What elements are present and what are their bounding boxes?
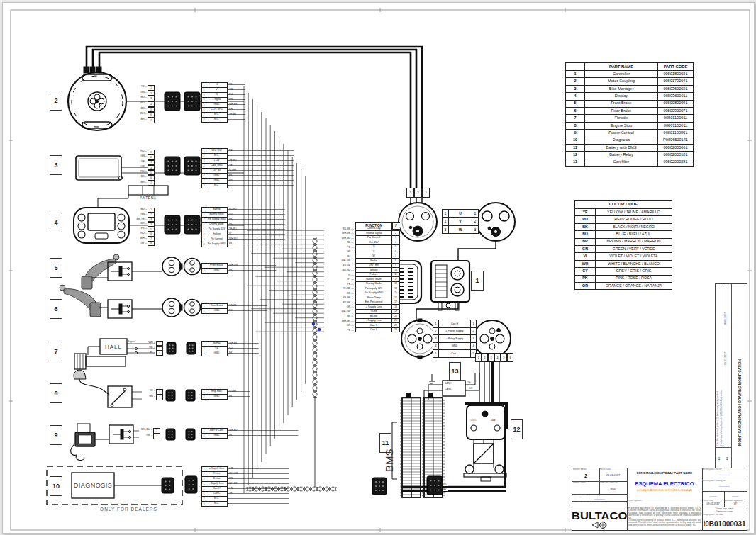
wire-color: YE bbox=[229, 163, 237, 168]
part-name-header: DENOMINACION PIEZA / PART NAME bbox=[627, 471, 702, 475]
legal-cell: El presente documento es propiedad de la… bbox=[627, 507, 703, 530]
bike-manager-wire-table: RD1GN2YE3OR4RD5BK6BR7 bbox=[133, 150, 155, 186]
power-control-glyph bbox=[71, 424, 139, 460]
pin: 1 bbox=[156, 389, 163, 395]
wire-color: BK bbox=[229, 268, 238, 273]
bike-manager-function-table: 115V / 5W2N.C.3+12V4CAN_GND515V out6GND7… bbox=[201, 148, 228, 188]
part-num: 11 bbox=[566, 144, 585, 151]
throttle-wire-table: WH1RD2BK3 bbox=[142, 341, 163, 356]
rev-number: 1 bbox=[716, 448, 723, 469]
pin: 8 bbox=[201, 184, 206, 188]
wire-color: BK bbox=[229, 217, 238, 222]
pin: 1 bbox=[153, 428, 160, 434]
part-name: Battery with BMS bbox=[585, 144, 658, 151]
pin: 6 bbox=[148, 175, 155, 180]
parts-row: 5 Front Brake 00800800091 bbox=[566, 100, 694, 107]
pin: 4 bbox=[201, 98, 206, 103]
part-name: Front Brake bbox=[585, 100, 658, 107]
function-label: Can L bbox=[355, 328, 392, 333]
wire-color: BK bbox=[229, 173, 237, 178]
wire-color: WH-BR bbox=[229, 481, 238, 486]
drawn-value: ——— bbox=[724, 495, 747, 497]
color-code-title: COLOR CODE bbox=[575, 201, 672, 209]
function-label: N.C. bbox=[206, 154, 228, 159]
line-label: Can H bbox=[439, 320, 470, 328]
field-label: Archivo pieza / Part file: bbox=[703, 469, 722, 471]
strip-rev-cells: 1 2 bbox=[716, 447, 731, 469]
function-label: GND bbox=[206, 174, 228, 179]
color-abbrev: WH bbox=[575, 260, 596, 267]
rev-number: 2 bbox=[723, 448, 731, 469]
field-label: Tratamiento térmico / Heat treatment: bbox=[573, 502, 623, 504]
pin: 2 bbox=[148, 154, 155, 159]
color-names: WHITE / BLANCHE / BLANCO bbox=[596, 260, 672, 267]
wire-color: BU bbox=[133, 208, 148, 213]
wire-color: WH-GN bbox=[229, 263, 238, 268]
phase-label: U bbox=[449, 210, 472, 218]
power-control-wire-table: WH-BU1GN2 bbox=[139, 428, 160, 439]
wire-color bbox=[229, 183, 237, 188]
pin: 2 bbox=[201, 434, 206, 439]
pin: 2 bbox=[472, 218, 479, 225]
pin: 1 bbox=[201, 83, 206, 88]
field-label: Material / Material: bbox=[573, 495, 588, 497]
bultaco-logo: BULTACO bbox=[572, 510, 628, 522]
wire-color bbox=[229, 117, 238, 122]
logo-cell: BULTACO bbox=[572, 509, 628, 530]
function-label: Pw Supply 12V bbox=[206, 227, 228, 232]
divider bbox=[723, 284, 723, 469]
ref-number: 10 bbox=[52, 483, 60, 490]
wire-color: WH-BU bbox=[229, 237, 238, 242]
ref-number: 6 bbox=[54, 305, 57, 312]
connector-plug-icon bbox=[167, 342, 176, 354]
color-code-row: VI VIOLET / VIOLET / VIOLETA bbox=[575, 253, 672, 260]
field-label: Escala / Scale: bbox=[703, 492, 715, 494]
connector-plug-icon bbox=[187, 342, 196, 354]
pin: 5 bbox=[501, 353, 507, 362]
edition-cell: Edición / Edition 2 bbox=[572, 468, 600, 482]
ref-number: 4 bbox=[54, 219, 57, 226]
function-label: + Supply Line bbox=[206, 467, 228, 472]
function-label: GND bbox=[206, 269, 228, 274]
part-code: 00801100011 bbox=[658, 122, 694, 129]
canfilter-l-label: CAN L bbox=[445, 388, 452, 390]
pin: 5 bbox=[148, 227, 155, 232]
wire-color: GN bbox=[229, 87, 238, 92]
approval-date-value: 09.01.2017 bbox=[702, 502, 724, 505]
only-for-dealers-label: ONLY FOR DEALERS bbox=[70, 507, 187, 512]
pin: 5 bbox=[148, 107, 155, 113]
function-label: Can H bbox=[206, 487, 228, 492]
display-wire-table: BU1GN2BK-YE3BR4PK5RD6WH7GY8 bbox=[133, 208, 155, 246]
parts-row: 10 Diagnosis P0806500141 bbox=[566, 137, 694, 144]
pin: 1 bbox=[201, 467, 206, 472]
pin: 8 bbox=[201, 118, 206, 123]
part-code: 00801800021 bbox=[658, 71, 694, 78]
parts-row: 2 Motor Coupling 00801700041 bbox=[566, 78, 694, 85]
ref-number: 1 bbox=[475, 277, 479, 284]
part-file-value: ————— bbox=[702, 473, 747, 476]
color-code-row: PK PINK / ROSE / ROSA bbox=[575, 275, 672, 282]
wire-color: WH-BK bbox=[229, 341, 237, 346]
wire-color: RD bbox=[133, 232, 148, 237]
pin: 4 bbox=[148, 101, 155, 107]
part-name: Rear Brake bbox=[585, 107, 658, 114]
wire-color: OR bbox=[229, 466, 238, 471]
legal-text-es: El presente documento es propiedad de la… bbox=[628, 507, 701, 519]
function-label: +12V bbox=[206, 159, 228, 164]
wire-color: PK bbox=[229, 222, 238, 227]
wire-color: YE bbox=[142, 389, 156, 395]
ref-number: 7 bbox=[54, 348, 57, 355]
part-code-value: i0B01000031 bbox=[702, 519, 747, 527]
color-names: VIOLET / VIOLET / VIOLETA bbox=[596, 253, 672, 260]
motor-out-wires: YEGNBUORWH-BRORYE-BK bbox=[229, 82, 238, 122]
wire-color bbox=[229, 501, 238, 506]
divider bbox=[731, 284, 732, 469]
function-label: B-Line bbox=[206, 477, 228, 482]
wire-color: GY bbox=[133, 242, 148, 247]
pin: 3 bbox=[201, 159, 206, 164]
part-num: 13 bbox=[566, 159, 585, 166]
page: 1 2 3 4 5 6 7 8 9 10 11 12 13 ANTENA HAL… bbox=[0, 0, 756, 535]
pin: 7 bbox=[148, 181, 155, 186]
pin: 4 bbox=[148, 222, 155, 227]
part-name: Controller bbox=[585, 71, 658, 78]
